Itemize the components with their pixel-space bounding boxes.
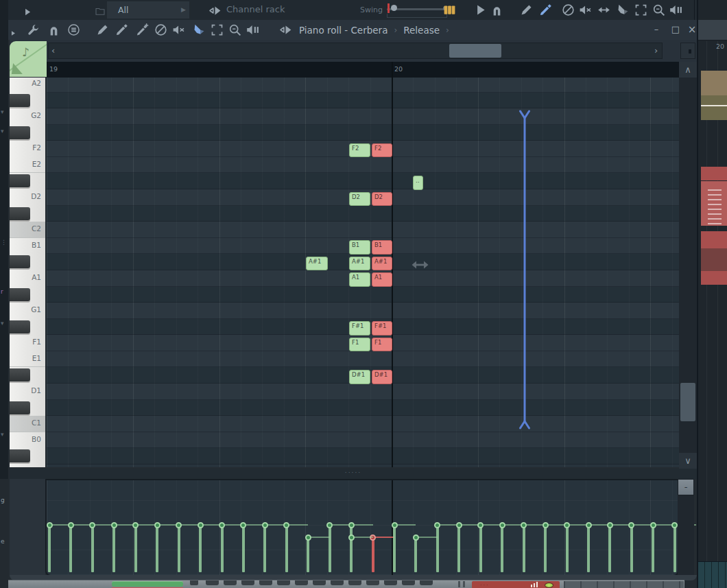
velocity-point[interactable] bbox=[586, 522, 592, 528]
note-as1[interactable]: A#1 bbox=[372, 257, 392, 271]
velocity-point[interactable] bbox=[628, 522, 634, 528]
velocity-stem[interactable] bbox=[652, 525, 654, 572]
black-key[interactable] bbox=[10, 94, 30, 107]
black-key[interactable] bbox=[10, 207, 30, 220]
velocity-stem[interactable] bbox=[608, 525, 611, 572]
velocity-stem[interactable] bbox=[350, 525, 353, 572]
black-key[interactable] bbox=[10, 126, 30, 139]
velocity-point[interactable] bbox=[671, 522, 678, 528]
note-d2[interactable]: D2 bbox=[372, 192, 392, 207]
velocity-lane[interactable] bbox=[45, 479, 679, 576]
timeline[interactable]: 1920 bbox=[47, 62, 679, 78]
velocity-point[interactable] bbox=[370, 534, 376, 541]
brush-icon[interactable] bbox=[115, 23, 129, 37]
magnet-icon[interactable] bbox=[47, 23, 61, 37]
piano-key[interactable] bbox=[10, 254, 45, 270]
black-key[interactable] bbox=[10, 255, 30, 268]
velocity-stem[interactable] bbox=[307, 537, 309, 572]
velocity-point[interactable] bbox=[305, 534, 311, 541]
zoom-icon[interactable] bbox=[652, 3, 666, 17]
wrench-icon[interactable] bbox=[26, 23, 40, 37]
velocity-point[interactable] bbox=[219, 522, 225, 528]
piano-key[interactable] bbox=[10, 125, 45, 141]
note-a1[interactable]: A1 bbox=[372, 272, 392, 287]
piano-key[interactable] bbox=[10, 319, 45, 336]
velocity-stem[interactable] bbox=[587, 525, 590, 572]
velocity-point[interactable] bbox=[543, 522, 549, 528]
velocity-stem[interactable] bbox=[91, 525, 94, 572]
black-key[interactable] bbox=[10, 449, 30, 462]
velocity-stem[interactable] bbox=[112, 525, 115, 572]
velocity-stem[interactable] bbox=[436, 525, 439, 572]
velocity-stem[interactable] bbox=[329, 525, 331, 572]
horizontal-scrollbar-thumb[interactable] bbox=[449, 44, 501, 58]
maximize-button[interactable]: □ bbox=[669, 23, 682, 36]
note-b1[interactable]: B1 bbox=[349, 240, 370, 255]
velocity-stem[interactable] bbox=[48, 525, 51, 572]
velocity-stem[interactable] bbox=[501, 525, 503, 572]
note-properties-corner[interactable]: ♪ bbox=[10, 41, 47, 77]
note-fs1[interactable]: F#1 bbox=[372, 321, 392, 336]
note-b1[interactable]: B1 bbox=[372, 240, 392, 255]
pencil-icon[interactable] bbox=[519, 3, 534, 17]
piano-key-a1[interactable]: A1 bbox=[10, 270, 45, 287]
velocity-lane-collapse-button[interactable]: - bbox=[678, 479, 694, 495]
piano-key-f2[interactable]: F2 bbox=[10, 141, 45, 157]
piano-key-d2[interactable]: D2 bbox=[10, 189, 45, 206]
piano-roll-speaker-icon[interactable] bbox=[278, 23, 293, 37]
piano-key-c1[interactable]: C1 bbox=[10, 416, 45, 432]
magnet-icon[interactable] bbox=[490, 3, 504, 17]
note-‥[interactable]: ‥ bbox=[413, 176, 423, 190]
slash-icon[interactable] bbox=[154, 23, 168, 37]
velocity-point[interactable] bbox=[89, 522, 95, 528]
velocity-point[interactable] bbox=[198, 522, 204, 528]
mute-icon[interactable] bbox=[578, 3, 593, 17]
brush-plus-icon[interactable] bbox=[135, 23, 150, 37]
velocity-stem[interactable] bbox=[263, 525, 266, 572]
velocity-stem[interactable] bbox=[199, 525, 202, 572]
piano-key-e2[interactable]: E2 bbox=[10, 157, 45, 174]
velocity-stem[interactable] bbox=[285, 525, 288, 572]
piano-key[interactable] bbox=[10, 173, 45, 189]
piano-key[interactable] bbox=[10, 400, 45, 416]
note-as1[interactable]: A#1 bbox=[349, 257, 370, 271]
velocity-stem[interactable] bbox=[242, 525, 245, 572]
piano-key[interactable] bbox=[10, 448, 45, 464]
note-ds1[interactable]: D#1 bbox=[349, 370, 370, 384]
velocity-point[interactable] bbox=[434, 522, 440, 528]
piano-key-g2[interactable]: G2 bbox=[10, 108, 45, 125]
piano-key[interactable] bbox=[10, 206, 45, 222]
piano-key-d1[interactable]: D1 bbox=[10, 384, 45, 400]
piano-key-e1[interactable]: E1 bbox=[10, 351, 45, 368]
velocity-stem[interactable] bbox=[457, 525, 460, 572]
note-d2[interactable]: D2 bbox=[349, 192, 370, 207]
velocity-point[interactable] bbox=[283, 522, 289, 528]
horizontal-scrollbar[interactable] bbox=[48, 43, 663, 59]
black-key[interactable] bbox=[10, 288, 30, 301]
velocity-point[interactable] bbox=[111, 522, 117, 528]
piano-key-c2[interactable]: C2 bbox=[10, 222, 45, 238]
keyboard-editor-icon[interactable] bbox=[442, 3, 457, 17]
velocity-point[interactable] bbox=[154, 522, 160, 528]
velocity-stem[interactable] bbox=[221, 525, 224, 572]
velocity-stem[interactable] bbox=[544, 525, 547, 572]
velocity-stem[interactable] bbox=[523, 525, 525, 572]
arrows-h-icon[interactable] bbox=[597, 3, 611, 17]
note-f2[interactable]: F2 bbox=[372, 143, 392, 158]
velocity-point[interactable] bbox=[176, 522, 182, 528]
black-key[interactable] bbox=[10, 368, 30, 381]
note-f1[interactable]: F1 bbox=[372, 338, 392, 352]
piano-key[interactable] bbox=[10, 367, 45, 384]
velocity-point[interactable] bbox=[348, 534, 355, 541]
piano-key[interactable] bbox=[10, 93, 45, 109]
browser-filter-dropdown[interactable]: All bbox=[107, 1, 189, 19]
pencil-icon[interactable] bbox=[95, 23, 110, 37]
velocity-stem[interactable] bbox=[479, 525, 482, 572]
slice-icon[interactable] bbox=[616, 3, 630, 17]
piano-key-f1[interactable]: F1 bbox=[10, 335, 45, 351]
velocity-stem[interactable] bbox=[566, 525, 569, 572]
select-icon[interactable] bbox=[210, 23, 224, 37]
velocity-point[interactable] bbox=[456, 522, 462, 528]
speaker-pause-icon[interactable] bbox=[246, 23, 260, 37]
note-a1[interactable]: A1 bbox=[349, 272, 370, 287]
